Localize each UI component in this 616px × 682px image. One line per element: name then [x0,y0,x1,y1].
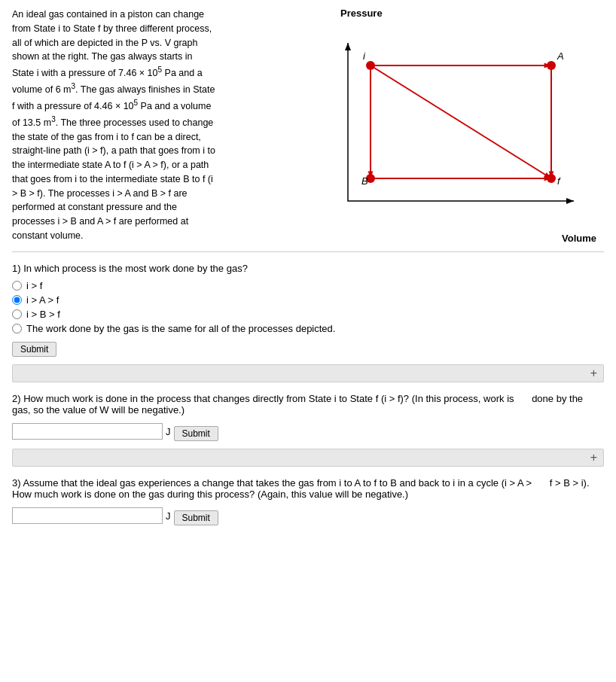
question-3-text: 3) Assume that the ideal gas experiences… [12,477,604,500]
q1-label-2[interactable]: i > A > f [26,294,59,306]
q1-label-3[interactable]: i > B > f [26,309,60,320]
question-3-subtext: f > B > i). How much work is done on the… [12,477,590,500]
top-section: An ideal gas contained in a piston can c… [12,8,604,244]
q2-hint-plus-icon[interactable]: + [590,451,597,464]
q2-submit-button[interactable]: Submit [174,426,218,441]
q2-answer-input[interactable] [12,423,163,440]
q3-unit-label: J [166,510,171,522]
q1-option-3: i > B > f [12,309,604,320]
graph-wrapper: Pressure Volume [318,8,604,244]
section-divider [12,251,604,252]
question-2-block: 2) How much work is done in the process … [12,393,604,441]
q1-label-4[interactable]: The work done by the gas is the same for… [26,323,335,334]
pv-graph-canvas [318,20,596,231]
main-container: An ideal gas contained in a piston can c… [0,0,616,682]
question-3-block: 3) Assume that the ideal gas experiences… [12,477,604,525]
q1-submit-button[interactable]: Submit [12,342,56,357]
pressure-label: Pressure [340,8,383,19]
problem-text: An ideal gas contained in a piston can c… [12,8,215,244]
volume-label: Volume [318,233,596,244]
q3-answer-row: J Submit [12,506,604,525]
question-2-text: 2) How much work is done in the process … [12,393,604,416]
q2-answer-row: J Submit [12,422,604,441]
q1-option-4: The work done by the gas is the same for… [12,323,604,334]
question-2-subtext: done by the gas, so the value of W will … [12,393,583,416]
q1-radio-3[interactable] [12,309,22,319]
q3-submit-button[interactable]: Submit [174,510,218,525]
q1-option-2: i > A > f [12,294,604,306]
q1-option-1: i > f [12,280,604,291]
q3-answer-input[interactable] [12,507,163,524]
q1-hint-plus-icon[interactable]: + [590,367,597,380]
graph-area: Pressure Volume [223,8,604,244]
q1-radio-2[interactable] [12,295,22,305]
q1-hint-bar: + [12,364,604,382]
q2-unit-label: J [166,426,171,437]
q2-hint-bar: + [12,449,604,467]
q1-radio-4[interactable] [12,324,22,333]
question-1-block: 1) In which process is the most work don… [12,263,604,357]
question-1-text: 1) In which process is the most work don… [12,263,604,274]
q1-label-1[interactable]: i > f [26,280,42,291]
q1-radio-1[interactable] [12,281,22,291]
